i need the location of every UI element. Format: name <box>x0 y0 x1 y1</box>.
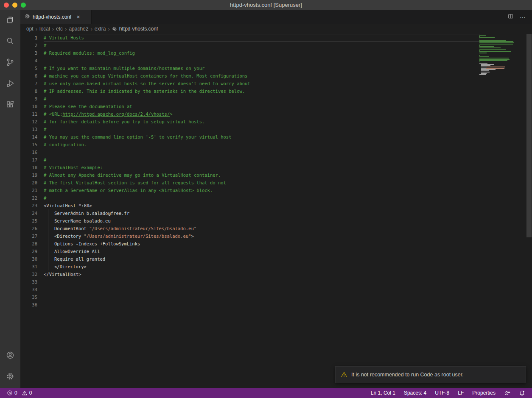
code-line[interactable]: 20# The first VirtualHost section is use… <box>20 179 479 186</box>
zoom-window-button[interactable] <box>21 3 26 8</box>
code-line[interactable]: 3# Required modules: mod_log_config <box>20 49 479 57</box>
code-line[interactable]: 28Options -Indexes +FollowSymLinks <box>20 240 479 248</box>
minimap[interactable] <box>479 34 526 388</box>
code-line[interactable]: 17# <box>20 156 479 164</box>
breadcrumb-item[interactable]: opt <box>26 26 34 32</box>
code-line[interactable]: 22# <box>20 194 479 202</box>
breadcrumb-file[interactable]: httpd-vhosts.conf <box>112 26 158 32</box>
manage-settings-button[interactable] <box>0 367 20 388</box>
minimize-window-button[interactable] <box>12 3 17 8</box>
code-token: # VirtualHost example: <box>44 165 103 170</box>
code-line[interactable]: 6# machine you can setup VirtualHost con… <box>20 72 479 80</box>
sidebar-item-extensions[interactable] <box>0 95 20 116</box>
sidebar-item-explorer[interactable] <box>0 10 20 31</box>
accounts-button[interactable] <box>0 345 20 367</box>
code-line[interactable]: 31</Directory> <box>20 263 479 270</box>
more-actions-button[interactable]: ⋯ <box>520 14 526 20</box>
feedback-button[interactable] <box>502 388 512 398</box>
indent-guide <box>48 225 48 232</box>
code-line[interactable]: 33 <box>20 278 479 286</box>
code-line[interactable]: 18# VirtualHost example: <box>20 164 479 171</box>
line-number: 13 <box>20 125 37 133</box>
sidebar-item-source-control[interactable] <box>0 53 20 74</box>
notification-toast[interactable]: It is not recommended to run Code as roo… <box>335 366 526 383</box>
code-line[interactable]: 1# Virtual Hosts <box>20 34 479 42</box>
code-line[interactable]: 35 <box>20 293 479 301</box>
warning-icon <box>22 390 28 396</box>
tab-close-icon[interactable]: × <box>76 14 80 20</box>
cursor-position[interactable]: Ln 1, Col 1 <box>369 388 397 398</box>
code-token: # <URL: <box>44 111 62 117</box>
line-number: 30 <box>20 255 37 263</box>
close-window-button[interactable] <box>4 3 9 8</box>
code-line[interactable]: 27<Directory "/Users/administrateur/Site… <box>20 232 479 240</box>
code-line[interactable]: 25ServerName bsalado.eu <box>20 217 479 225</box>
code-line[interactable]: 11# <URL:http://httpd.apache.org/docs/2.… <box>20 110 479 118</box>
code-line[interactable]: 8# IP addresses. This is indicated by th… <box>20 87 479 95</box>
breadcrumb-item[interactable]: extra <box>95 26 106 32</box>
scrollbar-thumb[interactable] <box>526 34 532 237</box>
code-line[interactable]: 14# You may use the command line option … <box>20 133 479 141</box>
line-number: 10 <box>20 103 37 110</box>
code-token: <VirtualHost *:80> <box>44 203 92 208</box>
code-line[interactable]: 2# <box>20 42 479 49</box>
code-token: # use only name-based virtual hosts so t… <box>44 81 250 86</box>
breadcrumb-item[interactable]: etc <box>56 26 63 32</box>
line-number: 19 <box>20 171 37 179</box>
code-line[interactable]: 16 <box>20 148 479 156</box>
sidebar-item-search[interactable] <box>0 31 20 53</box>
notifications-button[interactable] <box>517 388 527 398</box>
gear-icon <box>5 371 15 383</box>
window-title: httpd-vhosts.conf [Superuser] <box>0 2 532 8</box>
code-line[interactable]: 7# use only name-based virtual hosts so … <box>20 80 479 87</box>
tab-httpd-vhosts[interactable]: httpd-vhosts.conf × <box>20 10 92 24</box>
eol-status[interactable]: LF <box>456 388 465 398</box>
code-line[interactable]: 19# Almost any Apache directive may go i… <box>20 171 479 179</box>
problems-status[interactable]: 0 0 <box>5 388 34 398</box>
line-number: 25 <box>20 217 37 225</box>
breadcrumb-item[interactable]: apache2 <box>69 26 88 32</box>
code-line[interactable]: 12# for further details before you try t… <box>20 118 479 125</box>
code-line[interactable]: 10# Please see the documentation at <box>20 103 479 110</box>
indent-guide <box>48 263 48 270</box>
line-number: 12 <box>20 118 37 125</box>
indentation-status[interactable]: Spaces: 4 <box>402 388 428 398</box>
code-line[interactable]: 21# match a ServerName or ServerAlias in… <box>20 186 479 194</box>
code-lines[interactable]: 1# Virtual Hosts2#3# Required modules: m… <box>20 34 479 388</box>
code-line[interactable]: 36 <box>20 301 479 309</box>
code-token: </VirtualHost> <box>44 272 81 277</box>
code-line[interactable]: 34 <box>20 286 479 293</box>
line-number: 1 <box>20 34 37 42</box>
breadcrumb-item[interactable]: local <box>39 26 50 32</box>
code-line[interactable]: 5# If you want to maintain multiple doma… <box>20 64 479 72</box>
scrollbar <box>526 34 532 388</box>
code-line[interactable]: 15# configuration. <box>20 141 479 148</box>
line-number: 15 <box>20 141 37 148</box>
code-token: # machine you can setup VirtualHost cont… <box>44 73 247 78</box>
gear-file-icon <box>112 26 117 31</box>
code-line[interactable]: 30Require all granted <box>20 255 479 263</box>
encoding-status[interactable]: UTF-8 <box>433 388 451 398</box>
code-line[interactable]: 4 <box>20 57 479 64</box>
code-line[interactable]: 29AllowOverride All <box>20 248 479 255</box>
title-bar: httpd-vhosts.conf [Superuser] <box>0 0 532 10</box>
code-line[interactable]: 24ServerAdmin b.salado@free.fr <box>20 209 479 217</box>
chevron-right-icon: › <box>108 26 110 32</box>
split-editor-button[interactable] <box>507 13 514 21</box>
code-line[interactable]: 23<VirtualHost *:80> <box>20 202 479 209</box>
code-token: # <box>44 127 46 132</box>
line-number: 22 <box>20 194 37 202</box>
line-number: 29 <box>20 248 37 255</box>
chevron-right-icon: › <box>52 26 54 32</box>
line-number: 9 <box>20 95 37 103</box>
sidebar-item-run-and-debug[interactable] <box>0 74 20 95</box>
code-line[interactable]: 26DocumentRoot "/Users/administrateur/Si… <box>20 225 479 232</box>
code-line[interactable]: 32</VirtualHost> <box>20 270 479 278</box>
language-mode[interactable]: Properties <box>470 388 497 398</box>
line-number: 21 <box>20 186 37 194</box>
line-number: 11 <box>20 110 37 118</box>
breadcrumb: opt › local › etc › apache2 › extra › ht… <box>20 24 532 34</box>
code-line[interactable]: 13# <box>20 125 479 133</box>
run-debug-icon <box>5 78 15 90</box>
code-line[interactable]: 9# <box>20 95 479 103</box>
